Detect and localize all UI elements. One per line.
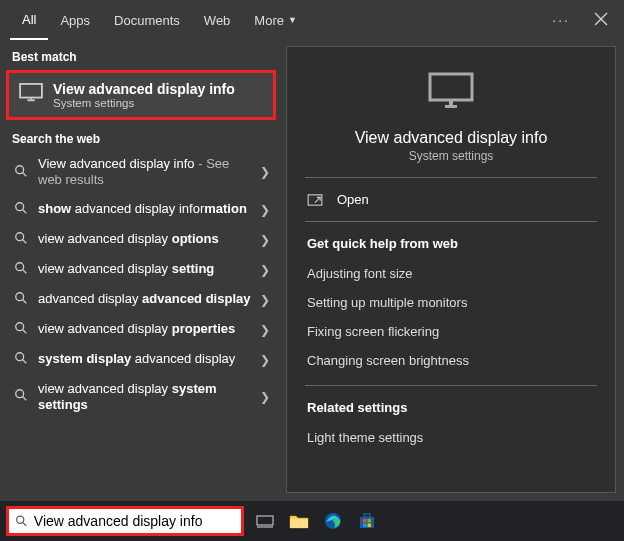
tab-documents[interactable]: Documents [102,0,192,40]
web-result-label: show advanced display information [38,201,247,217]
search-icon [14,261,28,278]
search-icon [14,321,28,338]
web-result-label: advanced display advanced display [38,291,250,307]
taskbar [0,501,624,541]
svg-rect-32 [360,517,374,528]
web-result-label: system display advanced display [38,351,235,367]
svg-line-12 [23,270,27,274]
related-settings-link[interactable]: Light theme settings [287,423,615,452]
chevron-right-icon: ❯ [254,390,270,404]
svg-line-27 [23,523,26,526]
quick-help-header: Get quick help from web [287,222,615,259]
task-view-button[interactable] [250,506,280,536]
group-header-best-match: Best match [0,44,282,68]
edge-icon [324,512,342,530]
search-icon [14,231,28,248]
svg-rect-37 [368,524,372,528]
svg-rect-36 [363,524,367,528]
web-result[interactable]: view advanced display system settings ❯ [2,375,280,420]
group-header-web: Search the web [0,126,282,150]
svg-point-9 [16,233,24,241]
tab-all[interactable]: All [10,0,48,40]
web-result[interactable]: View advanced display info - See web res… [2,150,280,195]
web-result[interactable]: view advanced display properties ❯ [2,315,280,345]
svg-rect-4 [30,98,32,100]
task-view-icon [256,514,274,528]
search-icon [14,201,28,218]
svg-line-6 [23,173,27,177]
open-icon [307,194,323,206]
chevron-right-icon: ❯ [254,203,270,217]
web-result-label: view advanced display options [38,231,219,247]
more-options-button[interactable]: ··· [546,6,576,34]
chevron-right-icon: ❯ [254,323,270,337]
filter-tabs: All Apps Documents Web More ▼ ··· [0,0,624,40]
best-match-subtitle: System settings [53,97,235,109]
tab-apps[interactable]: Apps [48,0,102,40]
best-match-item[interactable]: View advanced display info System settin… [6,70,276,120]
svg-point-13 [16,293,24,301]
web-result-label: View advanced display info - See web res… [38,156,254,189]
svg-point-5 [16,166,24,174]
svg-rect-2 [20,84,42,98]
close-icon [594,12,608,26]
web-result-label: view advanced display properties [38,321,235,337]
svg-rect-34 [363,519,367,523]
taskbar-search-box[interactable] [6,506,244,536]
quick-help-link[interactable]: Adjusting font size [287,259,615,288]
web-result-label: view advanced display system settings [38,381,254,414]
chevron-right-icon: ❯ [254,293,270,307]
web-result[interactable]: system display advanced display ❯ [2,345,280,375]
quick-help-link[interactable]: Fixing screen flickering [287,317,615,346]
svg-point-17 [16,353,24,361]
svg-rect-3 [27,99,34,101]
chevron-right-icon: ❯ [254,353,270,367]
svg-line-20 [23,397,27,401]
web-result[interactable]: view advanced display options ❯ [2,225,280,255]
close-button[interactable] [584,6,618,35]
tab-web[interactable]: Web [192,0,243,40]
search-icon [14,164,28,181]
web-result-label: view advanced display setting [38,261,214,277]
edge-browser-button[interactable] [318,506,348,536]
svg-rect-30 [290,519,308,528]
web-result[interactable]: show advanced display information ❯ [2,195,280,225]
search-icon [15,514,28,528]
web-result[interactable]: view advanced display setting ❯ [2,255,280,285]
svg-rect-28 [257,516,273,525]
tab-more[interactable]: More ▼ [242,0,309,40]
store-icon [358,512,376,530]
folder-icon [289,513,309,529]
svg-rect-33 [364,514,370,517]
quick-help-link[interactable]: Changing screen brightness [287,346,615,375]
chevron-right-icon: ❯ [254,263,270,277]
chevron-right-icon: ❯ [254,233,270,247]
svg-line-16 [23,330,27,334]
open-label: Open [337,192,369,207]
svg-line-18 [23,360,27,364]
svg-point-7 [16,203,24,211]
tab-more-label: More [254,13,284,28]
preview-pane: View advanced display info System settin… [286,46,616,493]
monitor-icon [19,83,43,107]
chevron-down-icon: ▼ [288,15,297,25]
svg-point-15 [16,323,24,331]
svg-point-19 [16,390,24,398]
taskbar-search-input[interactable] [34,513,235,529]
svg-line-25 [315,197,320,202]
file-explorer-button[interactable] [284,506,314,536]
svg-point-11 [16,263,24,271]
svg-rect-23 [449,100,453,105]
search-icon [14,351,28,368]
web-result[interactable]: advanced display advanced display ❯ [2,285,280,315]
search-icon [14,291,28,308]
svg-line-14 [23,300,27,304]
microsoft-store-button[interactable] [352,506,382,536]
preview-subtitle: System settings [409,149,494,163]
open-action[interactable]: Open [287,178,615,221]
svg-rect-22 [445,105,457,108]
monitor-icon [427,71,475,115]
windows-search-panel: All Apps Documents Web More ▼ ··· Best m… [0,0,624,501]
quick-help-link[interactable]: Setting up multiple monitors [287,288,615,317]
preview-title: View advanced display info [355,129,548,147]
